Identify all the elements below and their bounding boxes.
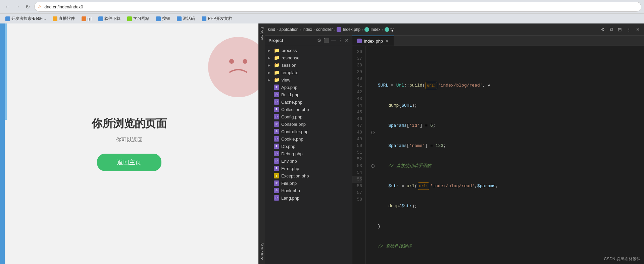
main-area: 你所浏览的页面 你可以返回 返回主页 Project Structure kin…	[0, 23, 644, 264]
breadcrumb-controller: controller	[316, 27, 333, 32]
folder-view[interactable]: ▶ 📁 view	[265, 76, 352, 84]
line-numbers: 36 37 38 39 40 41 42 43 44 45 46 47 48 4…	[352, 46, 366, 264]
structure-strip-label[interactable]: Structure	[260, 239, 264, 264]
bookmark-button[interactable]: 按钮	[153, 15, 173, 22]
project-close-button[interactable]: ✕	[345, 38, 349, 43]
bookmark-icon	[127, 16, 132, 21]
split-action-button[interactable]: ⧉	[608, 26, 614, 33]
folder-icon: 📁	[274, 55, 280, 60]
code-lines: $URL = Url::build( url: 'index/blog/read…	[378, 69, 644, 264]
return-home-button[interactable]: 返回主页	[97, 154, 161, 171]
file-hook[interactable]: P Hook.php	[265, 187, 352, 194]
breadcrumb-file: Index.php	[337, 27, 360, 32]
bookmark-download[interactable]: 软件下载	[96, 15, 123, 22]
svg-point-1	[229, 59, 234, 64]
address-text: kind.cn/index/index0	[44, 4, 638, 9]
project-collapse-button[interactable]: —	[331, 38, 336, 43]
bookmark-activation[interactable]: 激活码	[174, 15, 198, 22]
folder-response[interactable]: ▶ 📁 response	[265, 54, 352, 61]
tab-close-button[interactable]: ✕	[385, 38, 389, 44]
error-title: 你所浏览的页面	[92, 116, 167, 131]
bookmark-icon	[202, 16, 206, 21]
code-editor[interactable]: 36 37 38 39 40 41 42 43 44 45 46 47 48 4…	[352, 46, 644, 264]
file-app[interactable]: P App.php	[265, 84, 352, 91]
php-file-icon: P	[274, 144, 279, 149]
editor-area: Index.php ✕ 36 37 38 39 40 41 42 43	[352, 36, 644, 264]
settings-action-button[interactable]: ⚙	[599, 26, 606, 33]
bookmark-phpdoc[interactable]: PHP开发文档	[199, 15, 235, 22]
file-cookie[interactable]: P Cookie.php	[265, 135, 352, 143]
php-file-icon: P	[274, 107, 279, 112]
php-file-icon: P	[274, 85, 279, 90]
bookmark-live[interactable]: 直播软件	[50, 15, 78, 22]
file-env[interactable]: P Env.php	[265, 157, 352, 165]
ide-body: Project ⚙ ⬛ — ⋮ ✕ ▶ 📁 process	[265, 36, 644, 264]
folder-arrow: ▶	[268, 63, 272, 67]
breadcrumb-application: application	[279, 27, 298, 32]
error-face	[208, 37, 258, 97]
file-cache[interactable]: P Cache.php	[265, 98, 352, 106]
bookmark-learning[interactable]: 学习网站	[125, 15, 152, 22]
folder-session[interactable]: ▶ 📁 session	[265, 61, 352, 69]
project-more-button[interactable]: ⋮	[338, 38, 343, 43]
folder-icon: 📁	[274, 62, 280, 68]
file-config[interactable]: P Config.php	[265, 113, 352, 120]
browser-chrome: ← → ↻ ⚠ kind.cn/index/index0 开发者搜索-Beta-…	[0, 0, 644, 23]
folder-icon-yellow: 📁	[274, 70, 280, 75]
project-expand-button[interactable]: ⬛	[324, 38, 329, 43]
file-debug[interactable]: P Debug.php	[265, 150, 352, 157]
svg-point-2	[243, 59, 247, 64]
forward-button[interactable]: →	[13, 2, 22, 11]
browser-toolbar: ← → ↻ ⚠ kind.cn/index/index0	[0, 0, 644, 13]
ide-sidebar-strip: Project Structure	[258, 23, 265, 264]
tab-file-icon	[357, 39, 362, 43]
file-collection[interactable]: P Collection.php	[265, 106, 352, 113]
file-file[interactable]: P File.php	[265, 179, 352, 187]
code-line-41: $str = url( url: 'index/blog/read',$para…	[378, 183, 644, 190]
ide-panel: kind › application › index › controller …	[265, 23, 644, 264]
breadcrumb-index: index	[302, 27, 312, 32]
project-title: Project	[268, 38, 283, 43]
file-exception[interactable]: ! Exception.php	[265, 172, 352, 179]
more-action-button[interactable]: ⋮	[625, 26, 633, 33]
code-line-44: // 空操作控制器	[378, 243, 644, 250]
gutter	[371, 69, 378, 264]
php-file-icon: P	[274, 158, 279, 164]
reload-button[interactable]: ↻	[23, 2, 32, 11]
editor-tabs: Index.php ✕	[352, 36, 644, 46]
file-console[interactable]: P Console.php	[265, 120, 352, 128]
php-file-icon: P	[274, 166, 279, 171]
error-subtitle: 你可以返回	[92, 137, 167, 144]
file-build[interactable]: P Build.php	[265, 91, 352, 98]
bookmark-devtools[interactable]: 开发者搜索-Beta-...	[3, 15, 49, 22]
security-icon: ⚠	[38, 4, 42, 9]
address-bar[interactable]: ⚠ kind.cn/index/index0	[34, 2, 641, 12]
nav-buttons: ← → ↻	[3, 2, 32, 11]
error-content: 你所浏览的页面 你可以返回 返回主页	[85, 110, 174, 178]
folder-process[interactable]: ▶ 📁 process	[265, 47, 352, 54]
project-panel-header: Project ⚙ ⬛ — ⋮ ✕	[265, 36, 352, 45]
project-settings-button[interactable]: ⚙	[317, 38, 321, 43]
bookmark-icon	[53, 16, 57, 21]
tab-index-php[interactable]: Index.php ✕	[352, 36, 394, 46]
file-lang[interactable]: P Lang.php	[265, 194, 352, 202]
folder-icon: 📁	[274, 77, 280, 83]
folder-template[interactable]: ▶ 📁 template	[265, 69, 352, 76]
file-controller[interactable]: P Controller.php	[265, 128, 352, 135]
php-file-icon: P	[274, 180, 279, 186]
project-strip-label[interactable]: Project	[260, 23, 264, 44]
php-file-icon: P	[274, 195, 279, 201]
code-line-42: dump($str);	[378, 203, 644, 210]
file-db[interactable]: P Db.php	[265, 143, 352, 150]
bookmark-git[interactable]: git	[79, 16, 95, 22]
back-button[interactable]: ←	[3, 2, 12, 11]
file-tree: ▶ 📁 process ▶ 📁 response ▶ 📁 session	[265, 45, 352, 203]
close-panel-button[interactable]: ✕	[635, 26, 641, 33]
php-file-icon: P	[274, 188, 279, 193]
php-file-icon: P	[274, 99, 279, 105]
split-h-action-button[interactable]: ⊟	[616, 26, 623, 33]
folder-arrow: ▶	[268, 49, 272, 52]
code-content: $URL = Url::build( url: 'index/blog/read…	[366, 46, 644, 264]
folder-arrow: ▶	[268, 78, 272, 82]
file-error[interactable]: P Error.php	[265, 165, 352, 172]
